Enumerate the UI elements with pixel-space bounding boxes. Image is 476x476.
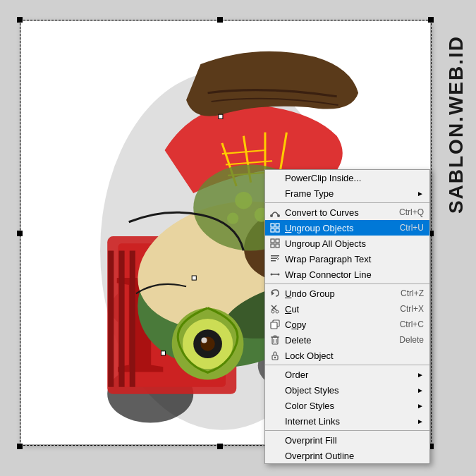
context-menu: PowerClip Inside... Frame Type ► Convert…: [264, 169, 430, 464]
wrap-paragraph-icon: [268, 252, 282, 266]
shortcut-ungroup: Ctrl+U: [386, 223, 424, 233]
handle-top-left[interactable]: [17, 17, 23, 23]
separator-4: [265, 430, 429, 431]
undo-label: Undo Group: [285, 288, 335, 299]
shortcut-copy: Ctrl+C: [386, 319, 424, 329]
menu-item-delete[interactable]: Delete Delete: [265, 332, 429, 348]
separator-3: [265, 365, 429, 365]
svg-rect-42: [271, 228, 274, 232]
ungroup-label: Ungroup Objects: [285, 223, 354, 233]
copy-label: Copy: [285, 319, 306, 330]
svg-point-67: [274, 357, 276, 358]
overprint-fill-icon: [268, 433, 282, 447]
handle-top-right[interactable]: [428, 17, 434, 23]
order-icon: [268, 367, 282, 382]
menu-item-wrap-connector[interactable]: Wrap Connector Line: [265, 267, 429, 282]
separator-1: [265, 202, 429, 203]
svg-rect-49: [271, 258, 277, 260]
lock-icon: [268, 348, 282, 362]
powerclip-icon: [268, 171, 282, 185]
ungroup-all-icon: [268, 236, 282, 250]
svg-rect-40: [271, 224, 274, 227]
svg-rect-48: [271, 255, 279, 257]
copy-icon: [268, 317, 282, 331]
wrap-connector-icon: [268, 267, 282, 281]
menu-item-frame-type[interactable]: Frame Type ►: [265, 185, 429, 201]
ungroup-icon: [268, 221, 282, 235]
menu-item-internet-links[interactable]: Internet Links ►: [265, 413, 429, 429]
svg-point-39: [277, 214, 280, 217]
svg-point-38: [270, 214, 273, 217]
handle-middle-left[interactable]: [17, 231, 23, 236]
handle-bottom-left[interactable]: [17, 444, 23, 449]
frame-type-icon: [268, 186, 282, 200]
svg-point-57: [271, 310, 274, 313]
shortcut-cut: Ctrl+X: [386, 304, 424, 314]
svg-rect-47: [276, 244, 279, 248]
menu-item-ungroup-objects[interactable]: Ungroup Objects Ctrl+U: [265, 220, 429, 236]
svg-rect-45: [276, 239, 279, 243]
svg-point-28: [235, 192, 252, 209]
overprint-outline-icon: [268, 448, 282, 463]
menu-item-copy[interactable]: Copy Ctrl+C: [265, 317, 429, 332]
menu-item-powerclip[interactable]: PowerClip Inside...: [265, 170, 429, 185]
object-styles-arrow-icon: ►: [417, 386, 424, 394]
menu-item-color-styles[interactable]: Color Styles ►: [265, 398, 429, 413]
svg-rect-32: [192, 276, 196, 280]
menu-item-cut[interactable]: Cut Ctrl+X: [265, 301, 429, 317]
menu-item-wrap-paragraph[interactable]: Wrap Paragraph Text: [265, 251, 429, 267]
svg-point-58: [276, 310, 279, 313]
shortcut-delete: Delete: [385, 335, 424, 345]
svg-marker-54: [271, 291, 274, 295]
arrow-icon: ►: [417, 190, 424, 197]
menu-item-undo[interactable]: Undo Group Ctrl+Z: [265, 286, 429, 301]
menu-item-order[interactable]: Order ►: [265, 367, 429, 382]
svg-point-26: [201, 337, 207, 343]
brand-label: SABLON.WEB.ID: [445, 35, 468, 214]
menu-item-lock[interactable]: Lock Object: [265, 348, 429, 363]
shortcut-undo: Ctrl+Z: [386, 288, 424, 298]
svg-rect-36: [219, 114, 223, 118]
svg-point-53: [278, 274, 280, 276]
menu-item-overprint-outline[interactable]: Overprint Outline: [265, 448, 429, 463]
color-styles-icon: [268, 398, 282, 413]
internet-links-icon: [268, 414, 282, 428]
svg-rect-44: [271, 239, 274, 243]
menu-item-convert-curves[interactable]: Convert to Curves Ctrl+Q: [265, 205, 429, 220]
svg-rect-60: [271, 322, 277, 329]
svg-point-30: [227, 213, 238, 224]
canvas: R: [0, 0, 476, 476]
internet-links-arrow-icon: ►: [417, 417, 424, 425]
cut-icon: [268, 302, 282, 316]
svg-rect-34: [161, 351, 165, 355]
shortcut-convert-curves: Ctrl+Q: [385, 207, 424, 217]
svg-rect-46: [271, 244, 274, 248]
object-styles-icon: [268, 383, 282, 397]
separator-2: [265, 283, 429, 284]
order-arrow-icon: ►: [417, 371, 424, 379]
menu-item-object-styles[interactable]: Object Styles ►: [265, 382, 429, 398]
menu-item-ungroup-all[interactable]: Ungroup All Objects: [265, 236, 429, 251]
svg-rect-43: [276, 228, 279, 232]
svg-rect-61: [272, 337, 278, 344]
cut-label: Cut: [285, 304, 299, 315]
delete-icon: [268, 333, 282, 347]
svg-rect-63: [274, 336, 276, 337]
svg-point-52: [271, 274, 273, 276]
convert-curves-icon: [268, 205, 282, 219]
color-styles-arrow-icon: ►: [417, 402, 424, 410]
svg-rect-41: [276, 224, 279, 227]
handle-bottom-middle[interactable]: [217, 444, 223, 449]
handle-top-middle[interactable]: [217, 17, 223, 23]
undo-icon: [268, 286, 282, 300]
svg-rect-50: [271, 260, 276, 262]
menu-item-overprint-fill[interactable]: Overprint Fill: [265, 432, 429, 448]
